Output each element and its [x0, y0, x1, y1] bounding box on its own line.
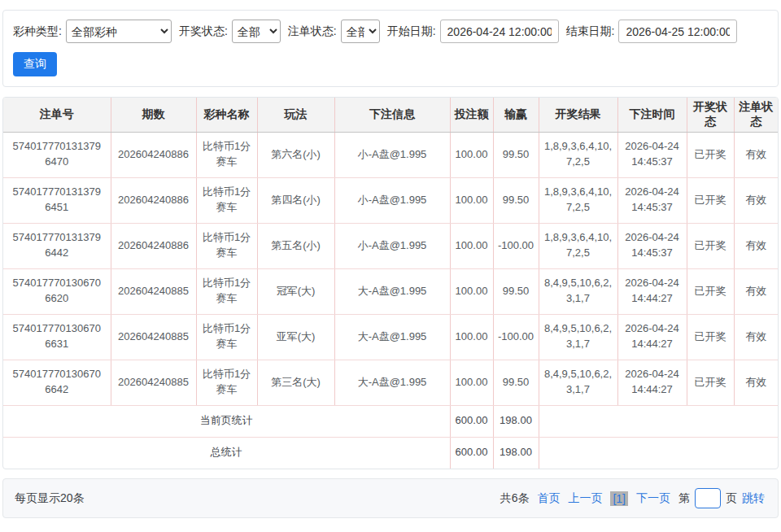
cell-bet-number: 574017770130670 6631 [3, 314, 111, 360]
cell-play-type: 第五名(小) [257, 223, 334, 268]
table-row: 574017770131379 6442 202604240886 比特币1分 … [3, 223, 778, 268]
cell-bet-time: 2026-04-24 14:44:27 [617, 268, 687, 314]
header-bet-number: 注单号 [3, 98, 111, 132]
cell-play-type: 冠军(大) [257, 268, 334, 314]
header-play-type: 玩法 [257, 98, 334, 132]
cell-draw-status: 已开奖 [687, 360, 734, 405]
bet-status-select[interactable]: 全部 [341, 20, 380, 43]
cell-winloss: 99.50 [493, 268, 539, 314]
end-date-label: 结束日期: [566, 24, 615, 39]
lottery-type-label: 彩种类型: [13, 24, 62, 39]
header-bet-status: 注单状态 [734, 98, 778, 132]
header-period: 期数 [111, 98, 196, 132]
cell-bet-number: 574017770131379 6451 [3, 177, 111, 223]
first-page-link[interactable]: 首页 [537, 491, 560, 506]
cell-period: 202604240886 [111, 132, 196, 177]
cell-bet-status: 有效 [734, 177, 778, 223]
header-bet-amount: 投注额 [450, 98, 493, 132]
current-page-summary-empty [539, 405, 778, 437]
jump-link[interactable]: 跳转 [742, 491, 765, 506]
cell-lottery-name: 比特币1分 赛车 [196, 223, 257, 268]
page-jump-suffix-label: 页 [726, 491, 737, 506]
cell-bet-amount: 100.00 [450, 314, 493, 360]
cell-play-type: 第四名(小) [257, 177, 334, 223]
grand-total-summary-row: 总统计 600.00 198.00 [3, 437, 778, 469]
cell-bet-info: 大-A盘@1.995 [334, 268, 450, 314]
cell-lottery-name: 比特币1分 赛车 [196, 268, 257, 314]
cell-winloss: 99.50 [493, 360, 539, 405]
cell-bet-info: 小-A盘@1.995 [334, 177, 450, 223]
cell-draw-status: 已开奖 [687, 177, 734, 223]
grand-total-winloss-total: 198.00 [493, 437, 539, 469]
cell-bet-status: 有效 [734, 268, 778, 314]
bet-records-table: 注单号 期数 彩种名称 玩法 下注信息 投注额 输赢 开奖结果 下注时间 开奖状… [3, 98, 778, 469]
cell-play-type: 亚军(大) [257, 314, 334, 360]
header-bet-time: 下注时间 [617, 98, 687, 132]
cell-bet-amount: 100.00 [450, 132, 493, 177]
cell-bet-number: 574017770131379 6442 [3, 223, 111, 268]
current-page-winloss-total: 198.00 [493, 405, 539, 437]
header-draw-result: 开奖结果 [539, 98, 617, 132]
cell-period: 202604240886 [111, 177, 196, 223]
cell-winloss: 99.50 [493, 177, 539, 223]
cell-bet-info: 小-A盘@1.995 [334, 132, 450, 177]
cell-bet-number: 574017770131379 6470 [3, 132, 111, 177]
next-page-link[interactable]: 下一页 [636, 491, 670, 506]
grand-total-label: 总统计 [3, 437, 450, 469]
cell-period: 202604240885 [111, 360, 196, 405]
cell-draw-result: 8,4,9,5,10,6,2, 3,1,7 [539, 314, 617, 360]
table-body: 574017770131379 6470 202604240886 比特币1分 … [3, 132, 778, 405]
cell-period: 202604240886 [111, 223, 196, 268]
grand-total-bet-total: 600.00 [450, 437, 493, 469]
cell-winloss: -100.00 [493, 223, 539, 268]
end-date-input[interactable] [618, 20, 737, 43]
cell-bet-info: 大-A盘@1.995 [334, 314, 450, 360]
cell-play-type: 第六名(小) [257, 132, 334, 177]
filter-row: 彩种类型: 全部彩种 开奖状态: 全部 注单状态: 全部 开始日期: 结束日期: [13, 20, 770, 43]
filter-panel: 彩种类型: 全部彩种 开奖状态: 全部 注单状态: 全部 开始日期: 结束日期:… [2, 10, 779, 87]
cell-draw-status: 已开奖 [687, 268, 734, 314]
cell-winloss: 99.50 [493, 132, 539, 177]
lottery-type-select[interactable]: 全部彩种 [66, 20, 172, 43]
cell-bet-amount: 100.00 [450, 360, 493, 405]
page-jump-input[interactable] [695, 488, 721, 508]
footer-panel: 每页显示20条 共6条 首页 上一页 [1] 下一页 第 页 跳转 [2, 478, 779, 518]
cell-bet-status: 有效 [734, 360, 778, 405]
table-row: 574017770130670 6642 202604240885 比特币1分 … [3, 360, 778, 405]
page-size-text: 每页显示20条 [15, 491, 85, 506]
table-row: 574017770130670 6631 202604240885 比特币1分 … [3, 314, 778, 360]
table-row: 574017770131379 6470 202604240886 比特币1分 … [3, 132, 778, 177]
cell-period: 202604240885 [111, 314, 196, 360]
page-jump-group: 第 页 跳转 [678, 488, 765, 508]
cell-bet-status: 有效 [734, 223, 778, 268]
current-page-summary-label: 当前页统计 [3, 405, 450, 437]
bet-records-table-panel: 注单号 期数 彩种名称 玩法 下注信息 投注额 输赢 开奖结果 下注时间 开奖状… [2, 97, 779, 469]
cell-bet-time: 2026-04-24 14:45:37 [617, 177, 687, 223]
cell-bet-info: 小-A盘@1.995 [334, 223, 450, 268]
start-date-input[interactable] [440, 20, 559, 43]
current-page-bet-total: 600.00 [450, 405, 493, 437]
bet-status-label: 注单状态: [288, 24, 337, 39]
cell-lottery-name: 比特币1分 赛车 [196, 177, 257, 223]
draw-status-label: 开奖状态: [179, 24, 228, 39]
pagination: 共6条 首页 上一页 [1] 下一页 第 页 跳转 [500, 488, 765, 508]
page-jump-prefix-label: 第 [678, 491, 690, 506]
header-lottery-name: 彩种名称 [196, 98, 257, 132]
header-bet-info: 下注信息 [334, 98, 450, 132]
header-winloss: 输赢 [493, 98, 539, 132]
cell-draw-result: 8,4,9,5,10,6,2, 3,1,7 [539, 360, 617, 405]
cell-bet-amount: 100.00 [450, 177, 493, 223]
query-button[interactable]: 查询 [13, 52, 57, 76]
cell-draw-result: 1,8,9,3,6,4,10, 7,2,5 [539, 132, 617, 177]
cell-bet-time: 2026-04-24 14:45:37 [617, 223, 687, 268]
cell-play-type: 第三名(大) [257, 360, 334, 405]
cell-draw-status: 已开奖 [687, 132, 734, 177]
cell-bet-status: 有效 [734, 132, 778, 177]
prev-page-link[interactable]: 上一页 [568, 491, 602, 506]
cell-winloss: -100.00 [493, 314, 539, 360]
draw-status-select[interactable]: 全部 [232, 20, 281, 43]
cell-draw-result: 1,8,9,3,6,4,10, 7,2,5 [539, 177, 617, 223]
cell-draw-status: 已开奖 [687, 314, 734, 360]
cell-bet-time: 2026-04-24 14:44:27 [617, 314, 687, 360]
cell-bet-amount: 100.00 [450, 268, 493, 314]
